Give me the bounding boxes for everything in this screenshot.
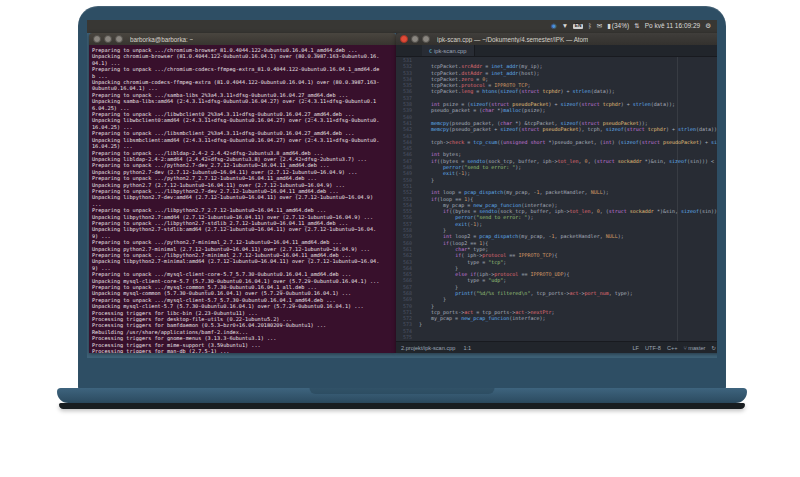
messages-icon[interactable]: ✉: [597, 23, 602, 30]
terminal-window: barborka@barborka: ~ Preparing to unpack…: [89, 33, 396, 353]
cursor-position[interactable]: 1:1: [463, 345, 471, 351]
terminal-line: Unpacking python2.7 (2.7.12-1ubuntu0~16.…: [92, 182, 379, 188]
atom-titlebar: ipk-scan.cpp — ~/Dokumenty/4.semester/IP…: [396, 33, 717, 45]
git-branch-indicator[interactable]: ⑂master: [683, 345, 705, 351]
maximize-button[interactable]: [115, 35, 123, 43]
keyboard-layout-indicator[interactable]: EN: [573, 24, 583, 30]
desktop: barborka@barborka: ~ Preparing to unpack…: [87, 33, 717, 358]
terminal-line: Unpacking chromium-browser (81.0.4044.12…: [92, 53, 379, 66]
maximize-button[interactable]: [422, 35, 430, 43]
terminal-line: Unpacking mysql-client-5.7 (5.7.30-0ubun…: [92, 303, 379, 309]
tab-label: ipk-scan.cpp: [434, 48, 467, 54]
status-right: LFUTF-8C++⑂master↻Fetch◯GitHub±Git (0)▣1…: [633, 345, 718, 351]
minimize-button[interactable]: [104, 35, 112, 43]
system-top-bar: ◉▼ENᛒ✉▮(34%)⇅Po kvě 11 16:09:29⚙: [87, 20, 717, 33]
terminal-line: Unpacking samba-libs:amd64 (2:4.3.11+dfs…: [92, 98, 379, 111]
c-language-icon: C: [429, 48, 432, 54]
code-line: tcph->check = tcp_csum((unsigned short *…: [419, 139, 717, 145]
indicator-applet-icon[interactable]: ◉: [551, 23, 557, 30]
line-number: 575: [396, 334, 412, 340]
atom-title: ipk-scan.cpp — ~/Dokumenty/4.semester/IP…: [437, 36, 588, 43]
tab-bar: C ipk-scan.cpp: [396, 45, 717, 57]
battery-icon[interactable]: ▮(34%): [607, 23, 629, 30]
code-pane: tcpPacket.srcAddr = inet_addr(my_ip); tc…: [415, 57, 717, 341]
terminal-line: Unpacking mysql-common (5.7.30-0ubuntu0.…: [92, 290, 379, 296]
file-path: 2.projekt/ipk-scan.cpp: [401, 345, 455, 351]
laptop-lid: ◉▼ENᛒ✉▮(34%)⇅Po kvě 11 16:09:29⚙ barbork…: [78, 6, 726, 392]
terminal-line: Unpacking libwbclient0:amd64 (2:4.3.11+d…: [92, 117, 379, 130]
grammar-indicator[interactable]: C++: [667, 345, 678, 351]
close-button[interactable]: [93, 35, 101, 43]
encoding-indicator[interactable]: UTF-8: [645, 345, 661, 351]
git-branch-indicator-icon: ⑂: [683, 345, 686, 351]
code-editor[interactable]: 5315325335345355365375385395405415425435…: [396, 57, 717, 341]
terminal-title: barborka@barborka: ~: [130, 36, 193, 43]
network-wifi-icon[interactable]: ▼: [562, 23, 568, 30]
terminal-line: Preparing to unpack .../python2.7-minima…: [92, 239, 379, 245]
terminal-line: Preparing to unpack .../chromium-codecs-…: [92, 66, 379, 79]
laptop-mockup: ◉▼ENᛒ✉▮(34%)⇅Po kvě 11 16:09:29⚙ barbork…: [57, 6, 747, 410]
clock[interactable]: Po kvě 11 16:09:29: [645, 23, 701, 30]
status-left: 2.projekt/ipk-scan.cpp 1:1: [401, 345, 471, 351]
terminal-line: Unpacking chromium-codecs-ffmpeg-extra (…: [92, 79, 379, 92]
line-ending-indicator[interactable]: LF: [633, 345, 640, 351]
terminal-body[interactable]: Preparing to unpack .../chromium-browser…: [89, 45, 396, 353]
terminal-line: Unpacking libpython2.7-dev:amd64 (2.7.12…: [92, 194, 379, 207]
code-line: [419, 334, 717, 340]
system-tray: ◉▼ENᛒ✉▮(34%)⇅Po kvě 11 16:09:29⚙: [551, 23, 711, 30]
bluetooth-icon[interactable]: ᛒ: [588, 23, 592, 30]
laptop-base-notch: [310, 388, 495, 394]
terminal-line: Processing triggers for man-db (2.7.5-1)…: [92, 348, 379, 353]
terminal-output: Preparing to unpack .../chromium-browser…: [92, 47, 379, 353]
status-bar: 2.projekt/ipk-scan.cpp 1:1 LFUTF-8C++⑂ma…: [396, 341, 717, 353]
terminal-line: Unpacking libsmbclient:amd64 (2:4.3.11+d…: [92, 137, 379, 150]
git-fetch-button-icon: ↻: [711, 345, 716, 351]
terminal-line: Preparing to unpack .../libsmbclient_2%3…: [92, 130, 379, 136]
laptop-base-edge: [59, 403, 745, 409]
code-line: memcpy(pseudo_packet + sizeof(struct pse…: [419, 126, 717, 132]
terminal-line: Preparing to unpack .../mysql-client-cor…: [92, 271, 379, 277]
screen: ◉▼ENᛒ✉▮(34%)⇅Po kvě 11 16:09:29⚙ barbork…: [87, 20, 717, 358]
terminal-titlebar: barborka@barborka: ~: [89, 33, 396, 45]
close-button[interactable]: [400, 35, 408, 43]
session-arrows-icon[interactable]: ⇅: [634, 23, 639, 30]
terminal-line: Unpacking libpython2.7-minimal:amd64 (2.…: [92, 258, 379, 271]
line-number-gutter: 5315325335345355365375385395405415425435…: [396, 57, 415, 341]
minimize-button[interactable]: [411, 35, 419, 43]
git-fetch-button[interactable]: ↻Fetch: [711, 345, 717, 351]
wrap-guide: [677, 57, 678, 341]
terminal-line: Unpacking libpython2.7-stdlib:amd64 (2.7…: [92, 226, 379, 239]
settings-gear-icon[interactable]: ⚙: [705, 23, 711, 30]
tab-ipk-scan-cpp[interactable]: C ipk-scan.cpp: [422, 45, 475, 56]
laptop-base: [57, 388, 747, 403]
atom-window: ipk-scan.cpp — ~/Dokumenty/4.semester/IP…: [396, 33, 717, 353]
